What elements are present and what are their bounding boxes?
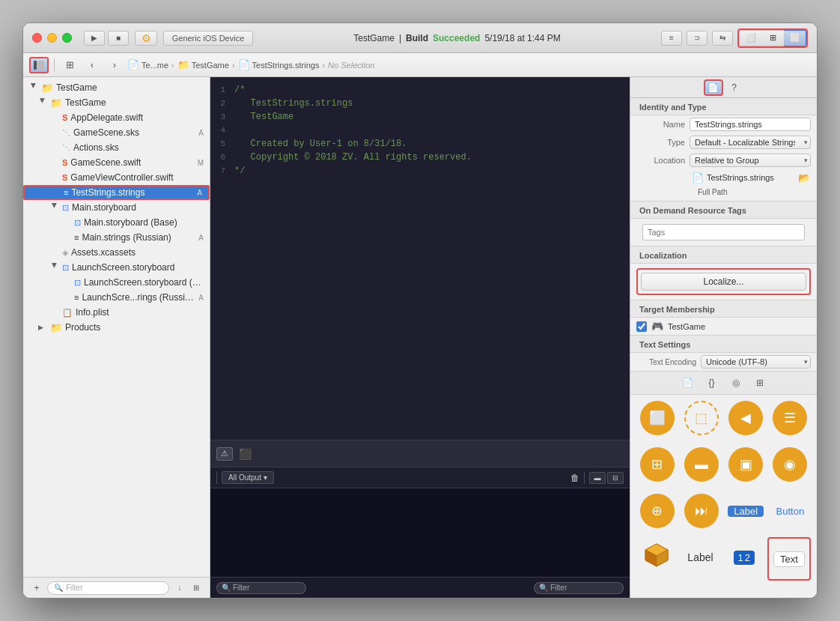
inspector-file-tab[interactable]: 📄 <box>704 79 723 96</box>
add-item-button[interactable]: + <box>29 581 44 596</box>
fullpath-label-text: Full Path <box>698 188 727 196</box>
localize-button[interactable]: Localize... <box>641 273 806 291</box>
icon-cell-strip[interactable]: ▬ <box>681 444 722 485</box>
all-output-selector[interactable]: All Output ▾ <box>222 471 274 484</box>
sidebar-item-gamescene-swift[interactable]: S GameScene.swift M <box>23 155 210 170</box>
sidebar-item-assets[interactable]: ◈ Assets.xcassets <box>23 245 210 260</box>
strings-icon: ≡ <box>74 233 79 242</box>
editor-bottom-bar: ⚠ ⬛ <box>210 440 630 467</box>
cube-widget <box>642 540 672 570</box>
editor-version-button[interactable]: ⬜ <box>784 30 806 46</box>
close-button[interactable] <box>32 33 42 43</box>
icon-cell-grid[interactable]: ⊞ <box>636 444 678 485</box>
sidebar-item-teststrings[interactable]: ≡ TestStrings.strings A <box>23 185 210 200</box>
sidebar-item-testgame[interactable]: ▶ 📁 TestGame <box>23 95 210 110</box>
link-button[interactable]: ⊃ <box>687 31 707 46</box>
list-icon: ☰ <box>784 410 796 426</box>
locate-file-button[interactable]: 📂 <box>797 171 811 184</box>
breadcrumb-strings-file[interactable]: 📄 TestStrings.strings <box>238 59 320 70</box>
stepper-display: 1 2 <box>734 551 755 565</box>
icon-cell-media[interactable]: ⏭ <box>681 491 722 531</box>
editor-assistant-button[interactable]: ⊞ <box>761 30 784 46</box>
editor-only-button[interactable]: ⬜ <box>739 30 761 46</box>
sidebar-item-gamescene-sks[interactable]: ⋱ GameScene.sks A <box>23 125 210 140</box>
icon-cell-list[interactable]: ☰ <box>770 398 811 438</box>
inspector-code-icon[interactable]: {} <box>702 375 722 391</box>
strings-icon: ≡ <box>74 293 79 302</box>
toolbar-forward-button[interactable]: › <box>105 57 124 73</box>
sidebar-item-gameviewcontroller[interactable]: S GameViewController.swift <box>23 170 210 185</box>
file-inspector-icon: 📄 <box>707 82 719 93</box>
sidebar-item-main-storyboard-base[interactable]: ⊡ Main.storyboard (Base) <box>23 215 210 230</box>
breadcrumb-testgame[interactable]: 📁 TestGame <box>177 59 229 70</box>
sidebar-item-actions-sks[interactable]: ⋱ Actions.sks <box>23 140 210 155</box>
sidebar-item-infoplist[interactable]: 📋 Info.plist <box>23 305 210 320</box>
icon-cell-back[interactable]: ◀ <box>725 398 767 438</box>
icon-cell-frame[interactable]: ▣ <box>725 444 767 485</box>
device-selector[interactable]: Generic iOS Device <box>163 31 253 46</box>
icon-cell-badge[interactable]: ⊕ <box>636 491 678 531</box>
sidebar-item-launchscreen-base[interactable]: ⊡ LaunchScreen.storyboard (Base) <box>23 275 210 290</box>
scheme-picker[interactable]: ⚙ <box>135 31 157 46</box>
filter-recent-button[interactable]: ↓ <box>172 581 187 596</box>
minimize-button[interactable] <box>47 33 57 43</box>
debug-layout-single[interactable]: ▬ <box>589 472 606 484</box>
inspector-size-icon[interactable]: ⊞ <box>750 375 770 391</box>
sidebar-item-launchscreen[interactable]: ▶ ⊡ LaunchScreen.storyboard <box>23 260 210 275</box>
breadcrumb-root[interactable]: 📄 Te...me <box>127 59 168 70</box>
name-input[interactable] <box>690 118 811 131</box>
storyboard-icon: ⊡ <box>74 278 81 288</box>
text-settings-section: Text Settings Text Encoding Unicode (UTF… <box>630 336 817 372</box>
sidebar-item-appdelegate[interactable]: S AppDelegate.swift <box>23 110 210 125</box>
icon-cell-cube[interactable] <box>636 537 677 581</box>
fullpath-row: Full Path <box>630 186 817 201</box>
editor-issue-button[interactable]: ⚠ <box>216 447 233 461</box>
navigator-toggle[interactable] <box>29 57 49 73</box>
debug-console[interactable] <box>210 488 630 577</box>
sidebar-item-products[interactable]: ▶ 📁 Products <box>23 320 210 335</box>
target-checkbox[interactable] <box>636 321 647 332</box>
icon-cell-button[interactable]: Button <box>770 491 811 531</box>
debug-filter-right[interactable]: 🔍 Filter <box>534 582 624 594</box>
type-selector[interactable]: Default - Localizable Strings <box>690 136 811 149</box>
sidebar-label: TestGame <box>56 82 201 93</box>
icon-cell-square[interactable]: ⬜ <box>636 398 678 438</box>
debug-layout-split[interactable]: ⊟ <box>607 472 624 484</box>
icon-cell-camera[interactable]: ◉ <box>770 444 811 485</box>
play-button[interactable]: ▶ <box>84 31 105 46</box>
editor-bookmark: ⬛ <box>239 448 252 460</box>
sidebar-item-testgame-root[interactable]: ▶ 📁 TestGame <box>23 80 210 95</box>
sidebar-item-main-storyboard[interactable]: ▶ ⊡ Main.storyboard <box>23 200 210 215</box>
toolbar-back-button[interactable]: ‹ <box>82 57 102 73</box>
filter-options-button[interactable]: ⊞ <box>189 581 204 596</box>
sidebar-item-launchscreen-russian[interactable]: ≡ LaunchScre...rings (Russian) A <box>23 290 210 305</box>
text-settings-header: Text Settings <box>630 336 817 353</box>
sidebar-item-main-strings-russian[interactable]: ≡ Main.strings (Russian) A <box>23 230 210 245</box>
inspector-bottom-toolbar: 📄 {} ◎ ⊞ <box>630 372 817 395</box>
arrow-icon: ▶ <box>30 83 37 92</box>
icon-cell-dashed[interactable]: ⬚ <box>681 398 722 438</box>
location-selector[interactable]: Relative to Group <box>690 154 811 167</box>
folder-icon: 📁 <box>41 82 53 94</box>
inspector-quick-help-tab[interactable]: ? <box>725 79 744 96</box>
swap-button[interactable]: ⇆ <box>712 31 733 46</box>
toolbar-grid-button[interactable]: ⊞ <box>60 57 79 73</box>
activity-button[interactable]: ≡ <box>661 31 682 46</box>
icon-cell-text[interactable]: Text <box>767 537 811 581</box>
stop-button[interactable]: ■ <box>108 31 129 46</box>
code-editor[interactable]: 1 /* 2 TestStrings.strings 3 TestGame 4 <box>210 77 630 440</box>
filter-search[interactable]: 🔍 Filter <box>47 581 169 595</box>
icon-cell-label-widget[interactable]: Label <box>680 537 720 581</box>
tags-input[interactable] <box>642 224 805 240</box>
inspector-scroll[interactable]: Identity and Type Name Type Default - <box>630 98 817 598</box>
inspector-event-icon[interactable]: ◎ <box>726 375 746 391</box>
debug-filter-left[interactable]: 🔍 Filter <box>216 582 306 594</box>
encoding-selector[interactable]: Unicode (UTF-8) <box>701 355 811 369</box>
debug-toolbar: All Output ▾ 🗑 ▬ ⊟ <box>210 467 630 488</box>
clear-debug-button[interactable]: 🗑 <box>570 473 579 483</box>
filter-search-icon: 🔍 <box>54 584 63 592</box>
icon-cell-label[interactable]: Label <box>725 491 767 531</box>
inspector-page-icon[interactable]: 📄 <box>678 375 698 391</box>
maximize-button[interactable] <box>62 33 72 43</box>
icon-cell-stepper[interactable]: 1 2 <box>724 537 764 581</box>
